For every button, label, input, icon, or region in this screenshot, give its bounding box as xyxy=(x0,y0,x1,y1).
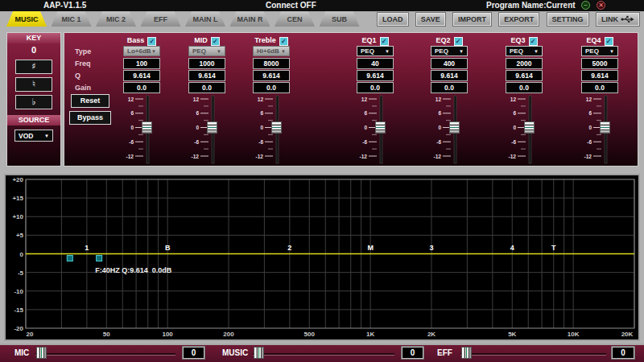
q-field-eq3[interactable]: 9.614 xyxy=(506,70,543,81)
freq-field-eq1[interactable]: 40 xyxy=(357,58,394,69)
checkbox-eq2[interactable]: ✓ xyxy=(454,37,463,46)
freq-field-treble[interactable]: 8000 xyxy=(253,58,290,69)
gain-slider-eq4[interactable]: 1260-6-12 xyxy=(581,94,618,165)
gain-slider-thumb-eq2[interactable] xyxy=(449,121,460,134)
type-dropdown-eq2[interactable]: PEQ▼ xyxy=(431,46,468,56)
gain-slider-eq1[interactable]: 1260-6-12 xyxy=(357,94,394,165)
q-field-mid[interactable]: 9.614 xyxy=(188,70,225,81)
q-field-eq2[interactable]: 9.614 xyxy=(431,70,468,81)
tab-music[interactable]: MUSIC xyxy=(6,11,47,27)
fader-thumb-eff[interactable] xyxy=(461,347,472,359)
button-load[interactable]: LOAD xyxy=(377,12,409,27)
gain-slider-eq3[interactable]: 1260-6-12 xyxy=(506,94,543,165)
checkbox-eq3[interactable]: ✓ xyxy=(529,37,538,46)
gain-slider-thumb-eq4[interactable] xyxy=(600,121,610,134)
gain-field-bass[interactable]: 0.0 xyxy=(123,82,160,93)
gain-slider-thumb-eq3[interactable] xyxy=(524,121,535,134)
q-field-eq1[interactable]: 9.614 xyxy=(357,70,394,81)
tab-cen[interactable]: CEN xyxy=(275,11,315,27)
gain-field-eq1[interactable]: 0.0 xyxy=(357,82,394,93)
slider-tick-label: 12 xyxy=(586,97,592,102)
slider-tick-label: -6 xyxy=(587,139,592,145)
fader-track-mic[interactable] xyxy=(35,353,175,355)
freq-field-bass[interactable]: 100 xyxy=(123,58,160,69)
fader-track-eff[interactable] xyxy=(460,353,606,355)
type-dropdown-eq4[interactable]: PEQ▼ xyxy=(581,46,618,56)
fader-thumb-mic[interactable] xyxy=(36,347,47,359)
checkbox-eq1[interactable]: ✓ xyxy=(380,37,389,46)
button-setting[interactable]: SETTING xyxy=(547,12,589,27)
slider-tick-label: 6 xyxy=(196,110,199,116)
freq-field-eq3[interactable]: 2000 xyxy=(506,58,543,69)
type-value-bass: Lo+6dB xyxy=(127,47,151,55)
button-export[interactable]: EXPORT xyxy=(498,12,539,27)
tab-eff[interactable]: EFF xyxy=(141,11,181,27)
gain-field-eq2[interactable]: 0.0 xyxy=(431,82,468,93)
checkbox-eq4[interactable]: ✓ xyxy=(605,37,613,46)
type-dropdown-mid: PEQ▼ xyxy=(188,46,225,56)
eq-point-tooltip: F:40HZ Q:9.614 0.0dB xyxy=(95,266,172,274)
bypass-button[interactable]: Bypass xyxy=(69,111,111,125)
reset-button[interactable]: Reset xyxy=(71,94,109,108)
x-axis-tick-label: 100 xyxy=(162,331,173,338)
fader-value-mic[interactable]: 0 xyxy=(183,347,204,359)
gain-field-eq3[interactable]: 0.0 xyxy=(506,82,543,93)
checkbox-mid[interactable]: ✓ xyxy=(211,37,220,46)
source-header: SOURCE xyxy=(7,115,60,125)
tab-mic-1[interactable]: MIC 1 xyxy=(52,11,92,27)
gain-slider-thumb-treble[interactable] xyxy=(271,121,282,134)
minimize-button[interactable]: − xyxy=(581,1,590,10)
gain-slider-thumb-bass[interactable] xyxy=(142,121,152,134)
checkbox-bass[interactable]: ✓ xyxy=(147,37,156,46)
button-link[interactable]: LINK xyxy=(596,12,640,27)
eq-panel: Reset Bypass TypeFreqQGainBass✓Lo+6dB▼10… xyxy=(64,32,638,167)
master-fader-bar: MIC0MUSIC0EFF0 xyxy=(0,343,644,362)
checkbox-treble[interactable]: ✓ xyxy=(279,37,288,46)
gain-slider-eq2[interactable]: 1260-6-12 xyxy=(431,94,468,165)
y-axis-tick-label: +10 xyxy=(12,213,23,220)
eq-graph-panel: +20+15+10+50-5-10-15-2020501002005001K2K… xyxy=(4,174,640,341)
key-natural-button[interactable]: ♮ xyxy=(15,77,52,92)
gain-slider-treble[interactable]: 1260-6-12 xyxy=(253,94,290,165)
tab-mic-2[interactable]: MIC 2 xyxy=(96,11,136,27)
gain-slider-thumb-mid[interactable] xyxy=(207,121,217,134)
key-flat-button[interactable]: ♭ xyxy=(15,95,52,109)
program-name: Program Name:Current xyxy=(486,1,576,10)
slider-tick-label: 12 xyxy=(436,97,442,102)
freq-field-eq4[interactable]: 5000 xyxy=(581,58,618,69)
q-field-eq4[interactable]: 9.614 xyxy=(581,70,618,81)
band-marker-3: 3 xyxy=(429,244,433,252)
source-dropdown[interactable]: VOD ▼ xyxy=(14,130,53,142)
fader-thumb-music[interactable] xyxy=(254,347,264,359)
q-field-bass[interactable]: 9.614 xyxy=(123,70,160,81)
gain-field-eq4[interactable]: 0.0 xyxy=(581,82,618,93)
gain-slider-thumb-eq1[interactable] xyxy=(375,121,386,134)
type-dropdown-eq1[interactable]: PEQ▼ xyxy=(357,46,394,56)
close-button[interactable]: ✕ xyxy=(597,1,605,10)
button-import[interactable]: IMPORT xyxy=(452,12,492,27)
eq-drag-handle-1[interactable] xyxy=(67,256,72,261)
slider-tick-label: 6 xyxy=(438,110,441,116)
type-dropdown-eq3[interactable]: PEQ▼ xyxy=(506,46,543,56)
fader-value-eff[interactable]: 0 xyxy=(612,347,634,359)
eq-drag-handle-2[interactable] xyxy=(97,256,102,261)
slider-tick-label: 6 xyxy=(364,110,367,116)
gain-field-mid[interactable]: 0.0 xyxy=(188,82,225,93)
eq-channel-name-eq4: EQ4 xyxy=(586,36,601,44)
q-field-treble[interactable]: 9.614 xyxy=(253,70,290,81)
fader-track-music[interactable] xyxy=(253,353,394,355)
band-marker-4: 4 xyxy=(510,244,514,252)
fader-label-eff: EFF xyxy=(437,348,452,357)
fader-label-mic: MIC xyxy=(14,348,29,357)
tab-main-r[interactable]: MAIN R xyxy=(230,11,270,27)
gain-field-treble[interactable]: 0.0 xyxy=(253,82,290,93)
key-sharp-button[interactable]: ♯ xyxy=(15,60,52,74)
gain-slider-bass[interactable]: 1260-6-12 xyxy=(123,94,160,165)
tab-sub[interactable]: SUB xyxy=(320,11,360,27)
gain-slider-mid[interactable]: 1260-6-12 xyxy=(188,94,225,165)
freq-field-mid[interactable]: 1000 xyxy=(188,58,225,69)
button-save[interactable]: SAVE xyxy=(415,12,446,27)
freq-field-eq2[interactable]: 400 xyxy=(431,58,468,69)
tab-main-l[interactable]: MAIN L xyxy=(185,11,225,27)
fader-value-music[interactable]: 0 xyxy=(402,347,423,359)
